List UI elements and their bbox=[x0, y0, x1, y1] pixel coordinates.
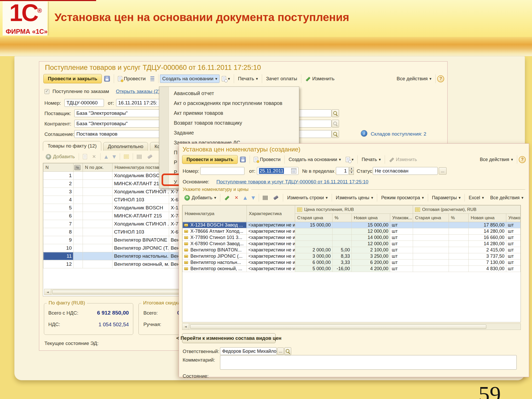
cell-c-n[interactable]: 10 bbox=[43, 244, 74, 252]
cell-price[interactable]: 6 000,00 bbox=[295, 260, 332, 266]
print-button[interactable]: Печать▼ bbox=[236, 75, 260, 83]
open-orders-link[interactable]: Открыть заказы (2) bbox=[116, 89, 160, 94]
col-header-pct-1[interactable]: % bbox=[332, 214, 352, 222]
cell-price[interactable]: 2 415,00 bbox=[469, 247, 506, 253]
agreement-search-button[interactable] bbox=[332, 130, 339, 138]
cell-nomenclature[interactable]: X-77890 Стинол 101 3... bbox=[183, 235, 247, 241]
col-header-ndoc[interactable]: N по док. bbox=[83, 163, 112, 172]
status-field[interactable]: Не согласован bbox=[373, 167, 438, 175]
cell-price[interactable]: шт bbox=[390, 266, 413, 272]
cell-c-name[interactable]: СТИНОЛ 103 bbox=[112, 196, 169, 204]
menu-item[interactable]: Задание bbox=[159, 128, 299, 138]
scanner-button[interactable] bbox=[270, 195, 281, 200]
comment-field[interactable] bbox=[220, 355, 517, 370]
cell-price[interactable]: 3 250,00 bbox=[352, 253, 390, 260]
cell-c-ndoc[interactable] bbox=[83, 204, 112, 212]
goto-price-types-button[interactable]: < Перейти к изменению состава видов цен bbox=[182, 333, 276, 343]
cell-price[interactable]: шт bbox=[506, 235, 521, 241]
help-button[interactable]: ? bbox=[519, 156, 526, 163]
cell-c-ndoc[interactable] bbox=[83, 180, 112, 188]
cell-price[interactable]: 2 100,00 bbox=[352, 247, 390, 253]
cell-price[interactable]: 17 850,00 bbox=[469, 222, 506, 228]
cell-price[interactable]: 8,33 bbox=[332, 253, 352, 260]
cell-price[interactable]: 2 000,00 bbox=[295, 247, 332, 253]
cell-c-n[interactable]: 1 bbox=[43, 172, 74, 180]
price-table-row[interactable]: Вентилятор BINATON...<характеристики не … bbox=[183, 247, 521, 253]
edit-row-button[interactable] bbox=[222, 194, 232, 202]
cell-c-n[interactable]: 5 bbox=[43, 204, 74, 212]
price-table-row[interactable]: X-78666 Атлант Холод...<характеристики н… bbox=[183, 228, 521, 235]
cell-price[interactable] bbox=[413, 241, 449, 247]
cell-c-n[interactable]: 11 bbox=[43, 252, 74, 260]
edit-prices-button[interactable]: Изменить цены▼ bbox=[334, 194, 376, 202]
cell-c-ndoc[interactable] bbox=[83, 260, 112, 268]
cell-price[interactable] bbox=[295, 241, 332, 247]
all-actions-button[interactable]: Все действия▼ bbox=[394, 75, 434, 83]
cell-price[interactable]: 5,00 bbox=[332, 247, 352, 253]
help-button[interactable]: ? bbox=[437, 75, 444, 82]
scroll-left-button[interactable]: ◄ bbox=[44, 289, 51, 295]
cell-characteristic[interactable]: <характеристики не ис... bbox=[247, 247, 295, 253]
delete-row-button[interactable]: ✕ bbox=[89, 153, 99, 160]
info-icon[interactable]: i bbox=[361, 130, 367, 137]
cell-characteristic[interactable]: <характеристики не ис... bbox=[247, 260, 295, 266]
cell-c-name[interactable]: Холодильник СТИНОЛ ... bbox=[112, 188, 169, 196]
payment-offset-button[interactable]: Зачет оплаты bbox=[264, 75, 300, 83]
cell-price[interactable] bbox=[413, 260, 449, 266]
cell-price[interactable] bbox=[449, 253, 469, 260]
cell-c-flag[interactable] bbox=[74, 220, 83, 228]
cell-price[interactable] bbox=[413, 222, 449, 228]
cell-c-flag[interactable] bbox=[74, 260, 83, 268]
col-header-new-price-2[interactable]: Новая цена bbox=[469, 214, 506, 222]
cell-price[interactable]: шт bbox=[390, 241, 413, 247]
col-header-pct-2[interactable]: % bbox=[449, 214, 469, 222]
cell-price[interactable]: 14 280,00 bbox=[469, 228, 506, 235]
cell-price[interactable] bbox=[449, 266, 469, 272]
basis-link[interactable]: Поступление товаров и услуг ТДЦУ-000060 … bbox=[216, 179, 368, 185]
cell-price[interactable] bbox=[413, 266, 449, 272]
cell-price[interactable]: шт bbox=[390, 247, 413, 253]
cell-price[interactable]: 12 000,00 bbox=[352, 228, 390, 235]
col-header-new-price-1[interactable]: Новая цена bbox=[352, 214, 390, 222]
responsible-select-button[interactable]: ... bbox=[277, 348, 284, 355]
cell-nomenclature[interactable]: Вентилятор оконный, ... bbox=[183, 266, 247, 272]
cell-c-ndoc[interactable] bbox=[83, 244, 112, 252]
cell-c-flag[interactable] bbox=[74, 244, 83, 252]
reports-button[interactable]: ▼ bbox=[220, 75, 232, 83]
reports-button[interactable]: ▼ bbox=[343, 156, 356, 163]
cell-characteristic[interactable]: <характеристики не ис... bbox=[247, 253, 295, 260]
cell-price[interactable] bbox=[295, 235, 332, 241]
move-up-button[interactable]: ▲ bbox=[102, 153, 110, 160]
move-down-button[interactable]: ▼ bbox=[249, 194, 257, 201]
cell-price[interactable]: -16,00 bbox=[332, 266, 352, 272]
date-field[interactable]: 16.11.2011 17:25: bbox=[116, 99, 161, 107]
cell-price[interactable] bbox=[413, 253, 449, 260]
cell-c-n[interactable]: 8 bbox=[43, 228, 74, 236]
status-select-button[interactable]: ... bbox=[439, 167, 447, 175]
cell-price[interactable] bbox=[332, 235, 352, 241]
cell-nomenclature[interactable]: X-78666 Атлант Холод... bbox=[183, 228, 247, 235]
cell-price[interactable]: 16 660,00 bbox=[469, 235, 506, 241]
cell-price[interactable] bbox=[449, 228, 469, 235]
cell-c-flag[interactable] bbox=[74, 236, 83, 244]
cell-c-ndoc[interactable] bbox=[83, 188, 112, 196]
tab-goods-by-fact[interactable]: Товары по факту (12) bbox=[43, 141, 101, 151]
col-header-characteristic[interactable]: Характеристика bbox=[247, 205, 295, 222]
cell-price[interactable]: шт bbox=[506, 247, 521, 253]
number-field[interactable] bbox=[200, 167, 244, 175]
cell-price[interactable]: шт bbox=[390, 235, 413, 241]
cell-characteristic[interactable]: <характеристики не ис... bbox=[247, 266, 295, 272]
post-button[interactable]: Провести bbox=[116, 75, 148, 83]
cell-nomenclature[interactable]: X-1234 BOSCH Завод ... bbox=[183, 222, 247, 228]
cell-price[interactable] bbox=[332, 228, 352, 235]
cell-characteristic[interactable]: <характеристики не ис... bbox=[247, 235, 295, 241]
cell-c-n[interactable]: 3 bbox=[43, 188, 74, 196]
prices-table-hscrollbar[interactable]: ◄ bbox=[182, 323, 521, 330]
price-table-row[interactable]: X-67890 Стинол Завод...<характеристики н… bbox=[183, 241, 521, 247]
day-number-field[interactable]: 1 bbox=[336, 167, 349, 175]
col-header-old-price-2[interactable]: Старая цена bbox=[413, 214, 449, 222]
cell-c-flag[interactable] bbox=[74, 180, 83, 188]
create-on-basis-button[interactable]: Создать на основании▼ bbox=[286, 156, 343, 164]
cell-characteristic[interactable]: <характеристики не ис... bbox=[247, 228, 295, 235]
cell-price[interactable]: 15 000,00 bbox=[352, 222, 390, 228]
